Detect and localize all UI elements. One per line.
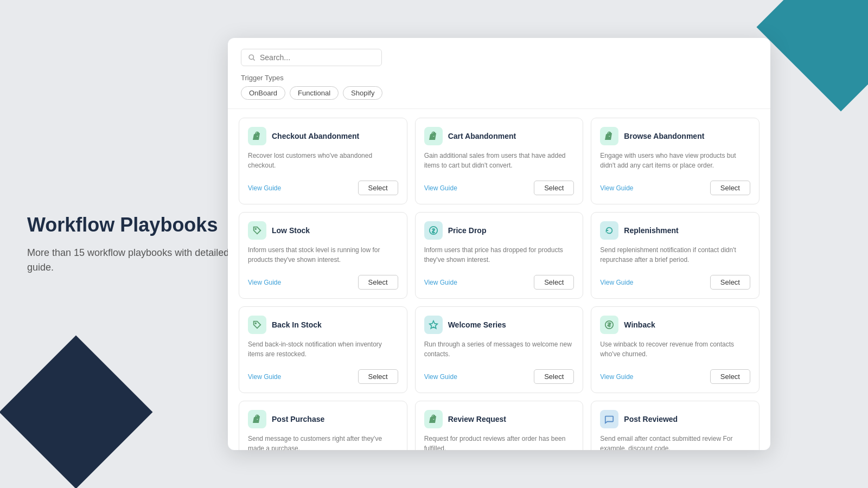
- search-input[interactable]: [260, 53, 375, 62]
- card-header-browse-abandonment: Browse Abandonment: [600, 127, 750, 145]
- select-btn-checkout-abandonment[interactable]: Select: [358, 181, 398, 195]
- card-footer-browse-abandonment: View Guide Select: [600, 181, 750, 195]
- card-footer-cart-abandonment: View Guide Select: [424, 181, 575, 195]
- select-btn-winback[interactable]: Select: [710, 369, 750, 384]
- card-icon-welcome-series: [424, 316, 443, 334]
- svg-point-2: [255, 228, 256, 229]
- card-title-winback: Winback: [624, 320, 655, 329]
- card-desc-winback: Use winback to recover revenue from cont…: [600, 339, 750, 363]
- view-guide-checkout-abandonment[interactable]: View Guide: [248, 184, 281, 192]
- view-guide-welcome-series[interactable]: View Guide: [424, 373, 457, 381]
- card-winback: Winback Use winback to recover revenue f…: [591, 306, 760, 393]
- card-header-welcome-series: Welcome Series: [424, 316, 575, 334]
- card-title-browse-abandonment: Browse Abandonment: [624, 132, 704, 140]
- card-desc-post-reviewed: Send email after contact submitted revie…: [600, 434, 750, 450]
- select-btn-browse-abandonment[interactable]: Select: [710, 181, 750, 195]
- view-guide-back-in-stock[interactable]: View Guide: [248, 373, 281, 381]
- card-header-price-drop: Price Drop: [424, 221, 575, 240]
- svg-line-1: [253, 59, 254, 60]
- page-title: Workflow Playbooks: [27, 213, 233, 236]
- select-btn-low-stock[interactable]: Select: [358, 275, 398, 290]
- card-footer-welcome-series: View Guide Select: [424, 369, 575, 384]
- top-bar: Trigger Types OnBoard Functional Shopify: [228, 38, 770, 109]
- card-title-cart-abandonment: Cart Abandonment: [448, 132, 516, 140]
- view-guide-replenishment[interactable]: View Guide: [600, 279, 633, 286]
- card-title-post-reviewed: Post Reviewed: [624, 415, 678, 423]
- card-post-reviewed: Post Reviewed Send email after contact s…: [591, 401, 760, 450]
- card-browse-abandonment: Browse Abandonment Engage with users who…: [591, 118, 760, 204]
- trigger-types-label: Trigger Types: [241, 74, 757, 82]
- view-guide-cart-abandonment[interactable]: View Guide: [424, 184, 457, 192]
- view-guide-browse-abandonment[interactable]: View Guide: [600, 184, 633, 192]
- card-header-winback: Winback: [600, 316, 750, 334]
- card-title-back-in-stock: Back In Stock: [272, 320, 322, 329]
- select-btn-cart-abandonment[interactable]: Select: [534, 181, 574, 195]
- card-header-low-stock: Low Stock: [248, 221, 398, 240]
- card-footer-replenishment: View Guide Select: [600, 275, 750, 290]
- card-desc-browse-abandonment: Engage with users who have view products…: [600, 151, 750, 174]
- filter-onboard[interactable]: OnBoard: [241, 86, 285, 100]
- card-desc-cart-abandonment: Gain additional sales from users that ha…: [424, 151, 575, 174]
- card-title-post-purchase: Post Purchase: [272, 415, 324, 423]
- card-price-drop: Price Drop Inform users that price has d…: [415, 212, 584, 299]
- select-btn-replenishment[interactable]: Select: [710, 275, 750, 290]
- svg-marker-5: [429, 321, 437, 329]
- card-desc-replenishment: Send replenishment notification if conta…: [600, 245, 750, 268]
- card-review-request: Review Request Request for product revie…: [415, 401, 584, 450]
- card-footer-price-drop: View Guide Select: [424, 275, 575, 290]
- view-guide-low-stock[interactable]: View Guide: [248, 279, 281, 286]
- page-subtitle: More than 15 workflow playbooks with det…: [27, 246, 233, 275]
- search-icon: [248, 54, 256, 61]
- card-icon-winback: [600, 316, 618, 334]
- main-panel: Trigger Types OnBoard Functional Shopify…: [228, 38, 770, 450]
- card-title-checkout-abandonment: Checkout Abandonment: [272, 132, 359, 140]
- select-btn-back-in-stock[interactable]: Select: [358, 369, 398, 384]
- filter-shopify[interactable]: Shopify: [343, 86, 382, 100]
- card-icon-price-drop: [424, 221, 443, 240]
- card-replenishment: Replenishment Send replenishment notific…: [591, 212, 760, 299]
- left-panel: Workflow Playbooks More than 15 workflow…: [0, 0, 233, 488]
- search-box[interactable]: [241, 49, 382, 66]
- filter-tags: OnBoard Functional Shopify: [241, 86, 757, 100]
- card-title-price-drop: Price Drop: [448, 226, 487, 235]
- card-desc-price-drop: Inform users that price has dropped for …: [424, 245, 575, 268]
- card-footer-checkout-abandonment: View Guide Select: [248, 181, 398, 195]
- card-cart-abandonment: Cart Abandonment Gain additional sales f…: [415, 118, 584, 204]
- card-desc-low-stock: Inform users that stock level is running…: [248, 245, 398, 268]
- card-title-replenishment: Replenishment: [624, 226, 678, 235]
- card-header-checkout-abandonment: Checkout Abandonment: [248, 127, 398, 145]
- svg-point-0: [249, 55, 253, 59]
- card-desc-welcome-series: Run through a series of messages to welc…: [424, 339, 575, 363]
- card-header-post-purchase: Post Purchase: [248, 410, 398, 428]
- card-header-post-reviewed: Post Reviewed: [600, 410, 750, 428]
- card-post-purchase: Post Purchase Send message to customers …: [239, 401, 407, 450]
- deco-teal-shape: [756, 0, 868, 112]
- filter-functional[interactable]: Functional: [290, 86, 339, 100]
- card-icon-post-purchase: [248, 410, 266, 428]
- svg-point-4: [255, 323, 256, 324]
- cards-grid: Checkout Abandonment Recover lost custom…: [228, 109, 770, 450]
- card-welcome-series: Welcome Series Run through a series of m…: [415, 306, 584, 393]
- card-low-stock: Low Stock Inform users that stock level …: [239, 212, 407, 299]
- card-icon-post-reviewed: [600, 410, 618, 428]
- card-title-low-stock: Low Stock: [272, 226, 310, 235]
- card-title-review-request: Review Request: [448, 415, 506, 423]
- card-icon-cart-abandonment: [424, 127, 443, 145]
- card-header-replenishment: Replenishment: [600, 221, 750, 240]
- card-footer-winback: View Guide Select: [600, 369, 750, 384]
- card-header-cart-abandonment: Cart Abandonment: [424, 127, 575, 145]
- card-title-welcome-series: Welcome Series: [448, 320, 506, 329]
- card-icon-back-in-stock: [248, 316, 266, 334]
- card-footer-low-stock: View Guide Select: [248, 275, 398, 290]
- card-footer-back-in-stock: View Guide Select: [248, 369, 398, 384]
- card-desc-back-in-stock: Send back-in-stock notification when inv…: [248, 339, 398, 363]
- select-btn-welcome-series[interactable]: Select: [534, 369, 574, 384]
- view-guide-winback[interactable]: View Guide: [600, 373, 633, 381]
- card-desc-checkout-abandonment: Recover lost customers who've abandoned …: [248, 151, 398, 174]
- view-guide-price-drop[interactable]: View Guide: [424, 279, 457, 286]
- select-btn-price-drop[interactable]: Select: [534, 275, 574, 290]
- card-icon-low-stock: [248, 221, 266, 240]
- card-checkout-abandonment: Checkout Abandonment Recover lost custom…: [239, 118, 407, 204]
- card-icon-browse-abandonment: [600, 127, 618, 145]
- card-icon-review-request: [424, 410, 443, 428]
